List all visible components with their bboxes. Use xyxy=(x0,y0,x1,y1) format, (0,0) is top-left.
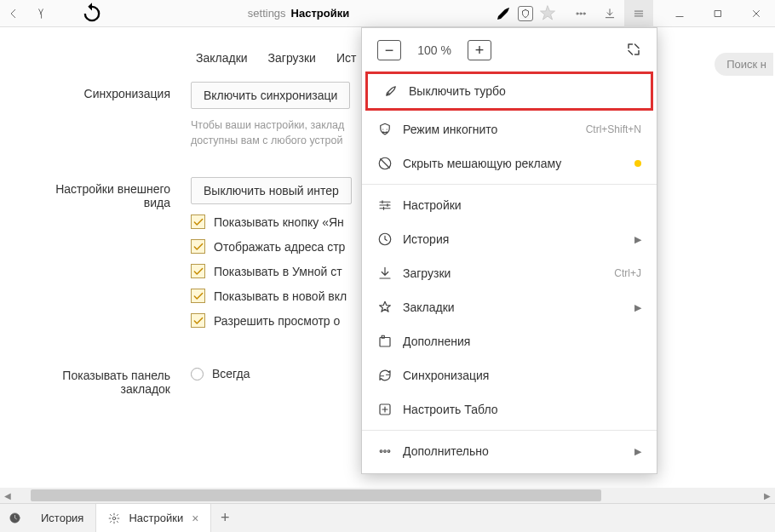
zoom-out-button[interactable]: − xyxy=(377,40,401,60)
yandex-home-button[interactable] xyxy=(27,0,55,27)
browser-toolbar: settings Настройки xyxy=(0,0,775,27)
tab-settings[interactable]: Настройки × xyxy=(96,504,211,532)
scrollbar-thumb[interactable] xyxy=(31,489,601,501)
scroll-right-icon[interactable]: ▶ xyxy=(760,491,775,501)
extensions-icon xyxy=(377,334,393,349)
checkbox-icon xyxy=(191,264,205,278)
no-ads-icon xyxy=(377,156,393,171)
svg-point-0 xyxy=(577,12,578,14)
menu-history[interactable]: История ▶ xyxy=(362,222,657,256)
checkbox-icon xyxy=(191,313,205,328)
status-dot-icon xyxy=(634,160,641,167)
svg-rect-3 xyxy=(715,10,720,16)
menu-tableau[interactable]: Настроить Табло xyxy=(362,392,657,426)
svg-point-2 xyxy=(583,12,585,14)
disable-new-interface-button[interactable]: Выключить новый интер xyxy=(191,177,352,204)
radio-icon xyxy=(191,368,204,380)
svg-point-1 xyxy=(580,12,582,14)
chevron-right-icon: ▶ xyxy=(634,234,641,245)
menu-separator xyxy=(362,184,657,185)
hamburger-icon xyxy=(633,8,645,20)
scroll-left-icon[interactable]: ◀ xyxy=(0,491,15,501)
zoom-in-button[interactable]: + xyxy=(468,40,491,60)
incognito-icon xyxy=(377,122,393,137)
menu-sync[interactable]: Синхронизация xyxy=(362,358,657,392)
arrow-left-icon xyxy=(8,8,20,20)
window-maximize-button[interactable] xyxy=(698,0,737,27)
turbo-icon xyxy=(383,83,399,99)
checkbox-icon xyxy=(191,239,205,254)
yandex-icon xyxy=(35,8,47,20)
history-icon xyxy=(377,232,393,247)
back-button[interactable] xyxy=(0,0,27,27)
close-icon xyxy=(750,8,762,20)
star-icon xyxy=(537,3,558,24)
nav-bookmarks[interactable]: Закладки xyxy=(196,51,248,65)
checkbox-icon xyxy=(191,215,205,229)
reload-icon xyxy=(80,2,104,26)
star-icon xyxy=(377,300,393,315)
svg-rect-7 xyxy=(382,335,384,338)
menu-more[interactable]: Дополнительно ▶ xyxy=(362,434,657,468)
tab-bar: История Настройки × + xyxy=(0,503,775,532)
rocket-button[interactable] xyxy=(493,3,514,24)
tab-close-button[interactable]: × xyxy=(192,512,198,525)
new-tab-button[interactable]: + xyxy=(211,504,238,532)
svg-point-11 xyxy=(388,450,390,453)
more-actions-button[interactable] xyxy=(566,0,595,27)
zoom-value: 100 % xyxy=(401,43,468,57)
fullscreen-icon xyxy=(626,42,641,57)
svg-point-10 xyxy=(384,450,387,453)
menu-extensions[interactable]: Дополнения xyxy=(362,324,657,358)
sliders-icon xyxy=(377,197,393,213)
menu-bookmarks[interactable]: Закладки ▶ xyxy=(362,290,657,324)
shield-icon xyxy=(518,6,533,21)
tableau-icon xyxy=(377,402,393,417)
bookmark-button[interactable] xyxy=(537,3,558,24)
chevron-right-icon: ▶ xyxy=(634,446,641,457)
address-prefix: settings xyxy=(248,7,286,20)
main-menu-dropdown: − 100 % + Выключить турбо Режим инкогнит… xyxy=(361,27,657,474)
reload-button[interactable] xyxy=(80,3,104,25)
address-bar[interactable]: settings Настройки xyxy=(80,3,561,25)
nav-history[interactable]: Ист xyxy=(336,51,356,65)
sync-icon xyxy=(377,368,393,383)
minimize-icon xyxy=(674,8,686,20)
horizontal-scrollbar[interactable]: ◀ ▶ xyxy=(0,488,775,503)
svg-point-9 xyxy=(380,450,382,453)
downloads-shortcut: Ctrl+J xyxy=(614,267,641,279)
download-icon xyxy=(604,8,616,20)
sync-heading: Синхронизация xyxy=(29,82,191,100)
menu-downloads[interactable]: Загрузки Ctrl+J xyxy=(362,256,657,290)
incognito-shortcut: Ctrl+Shift+N xyxy=(586,123,641,135)
menu-incognito[interactable]: Режим инкогнито Ctrl+Shift+N xyxy=(362,112,657,146)
appearance-heading: Настройки внешнего вида xyxy=(29,177,191,209)
nav-downloads[interactable]: Загрузки xyxy=(268,51,316,65)
clock-icon xyxy=(9,512,21,524)
address-text[interactable]: settings Настройки xyxy=(104,3,493,25)
menu-hide-ads[interactable]: Скрыть мешающую рекламу xyxy=(362,146,657,180)
window-minimize-button[interactable] xyxy=(660,0,698,27)
tab-history[interactable]: История xyxy=(29,504,96,532)
menu-turbo[interactable]: Выключить турбо xyxy=(368,74,651,108)
maximize-icon xyxy=(712,8,724,20)
zoom-controls: − 100 % + xyxy=(362,28,657,72)
bookmarksbar-heading: Показывать панель закладок xyxy=(29,363,191,396)
chevron-right-icon: ▶ xyxy=(634,302,641,313)
history-quick-button[interactable] xyxy=(0,504,29,532)
menu-settings[interactable]: Настройки xyxy=(362,188,657,222)
enable-sync-button[interactable]: Включить синхронизаци xyxy=(191,82,350,109)
svg-point-13 xyxy=(113,517,117,520)
menu-button[interactable] xyxy=(624,0,653,27)
protect-button[interactable] xyxy=(515,3,536,24)
download-icon xyxy=(377,266,393,281)
downloads-button[interactable] xyxy=(595,0,624,27)
svg-rect-6 xyxy=(380,338,390,347)
window-close-button[interactable] xyxy=(737,0,775,27)
fullscreen-button[interactable] xyxy=(626,42,641,60)
menu-separator xyxy=(362,430,657,431)
settings-search[interactable]: Поиск н xyxy=(715,53,773,76)
dots-icon xyxy=(377,443,393,459)
gear-icon xyxy=(108,512,120,524)
address-title: Настройки xyxy=(291,7,350,20)
